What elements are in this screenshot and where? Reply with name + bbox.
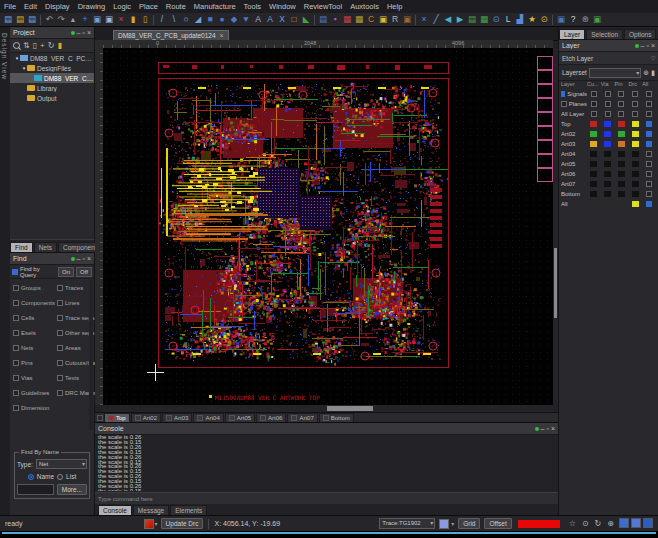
checkbox-vias[interactable] xyxy=(13,375,19,381)
all-checkbox[interactable] xyxy=(646,121,652,127)
filter-option[interactable]: Dimension xyxy=(13,400,55,415)
color-swatch[interactable] xyxy=(618,191,625,197)
query-on-button[interactable]: On xyxy=(58,267,74,277)
text-icon[interactable]: A xyxy=(265,14,276,25)
layer-row-checkbox[interactable] xyxy=(561,91,565,97)
chevron-down-icon[interactable]: ▾ xyxy=(451,520,454,527)
find-panel-scrollbar[interactable] xyxy=(89,280,93,430)
layer-row-art07[interactable]: Art07 xyxy=(561,179,656,189)
all-checkbox[interactable] xyxy=(646,191,652,197)
minimize-icon[interactable]: – xyxy=(541,424,545,433)
minimize-icon[interactable]: – xyxy=(77,254,81,263)
clock-icon[interactable]: ⊙ xyxy=(539,14,550,25)
all-checkbox[interactable] xyxy=(646,181,652,187)
checkbox-lines[interactable] xyxy=(57,300,63,306)
checkbox-dimension[interactable] xyxy=(13,405,19,411)
console-tab-elements[interactable]: Elements xyxy=(170,505,207,515)
layers-icon[interactable]: ▣ xyxy=(556,14,567,25)
checkbox-other-segs[interactable] xyxy=(57,330,63,336)
save-icon[interactable]: ▤ xyxy=(27,14,38,25)
tab-selection[interactable]: Selection xyxy=(586,29,623,39)
visibility-checkbox[interactable] xyxy=(605,101,611,107)
chevron-down-icon[interactable]: ▾ xyxy=(155,520,158,527)
checkbox-trace-segs[interactable] xyxy=(57,315,63,321)
filter-option[interactable]: Groups xyxy=(13,280,55,295)
layer-tab-art04[interactable]: Art04 xyxy=(193,413,223,423)
visibility-checkbox[interactable] xyxy=(618,91,624,97)
layer-tab-top[interactable]: Top xyxy=(104,413,130,423)
filter-option[interactable]: Nets xyxy=(13,340,55,355)
color-swatch[interactable] xyxy=(604,181,611,187)
close-icon[interactable]: × xyxy=(551,424,555,433)
tree-item-output[interactable]: Output xyxy=(10,93,94,103)
layer-tab-art07[interactable]: Art07 xyxy=(287,413,317,423)
color-swatch[interactable] xyxy=(604,161,611,167)
layer-row-top[interactable]: Top xyxy=(561,119,656,129)
checkbox-drc-marks[interactable] xyxy=(57,390,63,396)
visibility-checkbox[interactable] xyxy=(632,101,638,107)
document-tab[interactable]: DM88_VER_C_PCB_update0124 × xyxy=(113,30,229,40)
layout-toggle-icon-1[interactable] xyxy=(619,518,629,528)
layer-row-checkbox[interactable] xyxy=(561,101,567,107)
color-swatch[interactable] xyxy=(604,121,611,127)
lock-icon[interactable]: ▮ xyxy=(651,69,655,77)
filter-option[interactable]: Pins xyxy=(13,355,55,370)
color-swatch[interactable] xyxy=(632,131,639,137)
trace-mode-select[interactable]: Trace:TG1902 ▾ xyxy=(379,518,435,529)
float-icon[interactable]: ▫ xyxy=(646,41,648,50)
menu-item-place[interactable]: Place xyxy=(135,1,162,13)
tree-item-dm88-ver-c-[interactable]: DM88_VER_C_... xyxy=(10,73,94,83)
cut-icon[interactable]: × xyxy=(419,14,430,25)
status-refresh-icon[interactable]: ↻ xyxy=(595,519,602,528)
pin-icon[interactable] xyxy=(635,44,639,48)
redo-icon[interactable]: ↷ xyxy=(56,14,67,25)
checkbox-esels[interactable] xyxy=(13,330,19,336)
filled-circle-icon[interactable]: ● xyxy=(217,14,228,25)
polygon-icon[interactable]: ◆ xyxy=(229,14,240,25)
settings-icon[interactable]: ⊛ xyxy=(580,14,591,25)
color-swatch[interactable] xyxy=(604,141,611,147)
all-checkbox[interactable] xyxy=(646,201,652,207)
help-icon[interactable]: ? xyxy=(568,14,579,25)
color-swatch[interactable] xyxy=(618,181,625,187)
filter-option[interactable]: Cells xyxy=(13,310,55,325)
menu-item-manufacture[interactable]: Manufacture xyxy=(190,1,240,13)
add-icon[interactable]: + xyxy=(40,40,45,51)
color-swatch[interactable] xyxy=(604,171,611,177)
pin-icon[interactable] xyxy=(71,31,75,35)
text-mirror-icon[interactable]: X xyxy=(277,14,288,25)
menu-item-window[interactable]: Window xyxy=(265,1,300,13)
plane-icon[interactable]: ▣ xyxy=(402,14,413,25)
color-swatch[interactable] xyxy=(618,161,625,167)
menu-item-route[interactable]: Route xyxy=(162,1,190,13)
lock-icon[interactable]: ▮ xyxy=(128,14,139,25)
line-icon[interactable]: / xyxy=(157,14,168,25)
minimize-icon[interactable]: – xyxy=(641,41,645,50)
checkbox-guidelines[interactable] xyxy=(13,390,19,396)
ok-icon[interactable]: ▣ xyxy=(592,14,603,25)
color-swatch[interactable] xyxy=(632,141,639,147)
etch-layer-header[interactable]: Etch Layer ▽ xyxy=(559,52,658,65)
layer-tab-art05[interactable]: Art05 xyxy=(225,413,255,423)
status-user-icon[interactable]: ⊙ xyxy=(582,519,589,528)
all-checkbox[interactable] xyxy=(646,141,652,147)
layer-row-signals[interactable]: Signals xyxy=(561,89,656,99)
ref-icon[interactable]: R xyxy=(390,14,401,25)
undo-icon[interactable]: ↶ xyxy=(44,14,55,25)
grid-green-icon[interactable]: ▦ xyxy=(479,14,490,25)
drc-status-icon[interactable] xyxy=(144,519,154,529)
pin-icon[interactable] xyxy=(71,257,75,261)
delete-icon[interactable]: × xyxy=(116,14,127,25)
layer-tab-art06[interactable]: Art06 xyxy=(256,413,286,423)
color-swatch[interactable] xyxy=(632,191,639,197)
menu-item-auxtools[interactable]: Auxtools xyxy=(346,1,383,13)
arrow-right-icon[interactable]: ▶ xyxy=(455,14,466,25)
vscroll-thumb[interactable] xyxy=(554,248,557,318)
update-drc-button[interactable]: Update Drc xyxy=(161,518,204,529)
tab-options[interactable]: Options xyxy=(624,29,656,39)
unlock-icon[interactable]: ▯ xyxy=(140,14,151,25)
color-swatch[interactable] xyxy=(590,121,597,127)
menu-item-logic[interactable]: Logic xyxy=(109,1,135,13)
layer-row-bottom[interactable]: Bottom xyxy=(561,189,656,199)
color-swatch[interactable] xyxy=(618,121,625,127)
